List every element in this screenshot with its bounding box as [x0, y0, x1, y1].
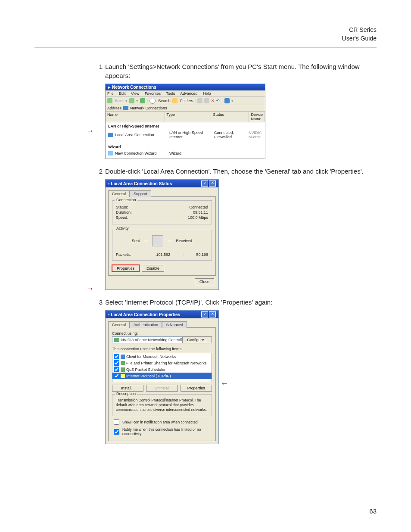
search-button[interactable]: Search	[158, 99, 171, 103]
connection-properties-dialog: ▪ Local Area Connection Properties ?✕ Ge…	[105, 310, 219, 444]
figure-1: → ▸Network Connections File Edit View Fa…	[105, 84, 377, 159]
disable-button[interactable]: Disable	[142, 265, 164, 272]
step-2-number: 2	[95, 167, 103, 176]
wizard-icon	[108, 151, 113, 156]
packets-sent: 101,562	[156, 252, 171, 257]
status-label: Status:	[116, 205, 128, 209]
connection-icon	[108, 133, 113, 137]
help-icon[interactable]: ?	[201, 311, 208, 317]
packets-received: 50,196	[196, 252, 208, 257]
properties-button[interactable]: Properties	[112, 265, 139, 272]
search-icon[interactable]	[149, 98, 156, 104]
menu-bar[interactable]: File Edit View Favorites Tools Advanced …	[106, 90, 265, 97]
menu-advanced[interactable]: Advanced	[180, 91, 197, 96]
address-value: Network Connections	[130, 106, 167, 110]
menu-tools[interactable]: Tools	[166, 91, 175, 96]
header-line1: CR Series	[34, 26, 377, 34]
up-icon[interactable]	[140, 98, 145, 103]
duration-value: 09:51:11	[193, 210, 208, 215]
group-wizard: Wizard	[106, 143, 265, 151]
col-status[interactable]: Status	[211, 112, 249, 122]
group-lan: LAN or High-Speed Internet	[106, 122, 265, 130]
step-3: 3 Select 'Internet Protocol (TCP/IP)'. C…	[95, 298, 377, 307]
step-1: 1 Launch 'Settings>Network Connections' …	[95, 62, 377, 80]
page-number: 63	[369, 507, 377, 515]
back-icon[interactable]	[107, 98, 112, 103]
arrow-icon: →	[86, 127, 94, 136]
description-box: Description Transmission Control Protoco…	[112, 394, 212, 416]
status-value: Connected	[189, 205, 208, 209]
address-label: Address	[107, 106, 121, 110]
window-title: ▸Network Connections	[106, 84, 265, 90]
components-list[interactable]: Client for Microsoft Networks File and P…	[112, 353, 212, 382]
menu-edit[interactable]: Edit	[119, 91, 126, 96]
tab-advanced[interactable]: Advanced	[162, 321, 187, 328]
properties-button[interactable]: Properties	[181, 385, 212, 392]
new-connection-wizard-row[interactable]: New Connection Wizard Wizard	[106, 151, 265, 156]
help-icon[interactable]: ?	[201, 180, 208, 187]
col-name[interactable]: Name	[106, 112, 165, 122]
dialog-title: ▪ Local Area Connection Properties ?✕	[106, 311, 218, 318]
sent-label: Sent	[132, 239, 140, 243]
close-button[interactable]: Close	[195, 278, 214, 285]
close-icon[interactable]: ✕	[209, 180, 216, 187]
header-line2: User's Guide	[34, 34, 377, 43]
folders-icon[interactable]	[172, 98, 177, 103]
checkbox[interactable]	[114, 354, 119, 359]
duration-label: Duration:	[116, 210, 132, 215]
arrow-icon: ←	[221, 379, 228, 388]
connection-fieldset: Connection Status:Connected Duration:09:…	[112, 200, 212, 224]
connect-using-label: Connect using:	[112, 331, 212, 336]
header-rule	[34, 47, 377, 47]
uses-items-label: This connection uses the following items…	[112, 347, 212, 351]
step-3-text: Select 'Internet Protocol (TCP/IP)'. Cli…	[105, 298, 377, 307]
delete-icon[interactable]: ✕	[211, 99, 215, 103]
network-connections-window: ▸Network Connections File Edit View Favo…	[105, 84, 265, 159]
menu-view[interactable]: View	[131, 91, 139, 96]
step-1-number: 1	[95, 62, 103, 80]
local-area-connection-row[interactable]: Local Area Connection LAN or High-Speed …	[106, 130, 265, 140]
column-headers[interactable]: Name Type Status Device Name	[106, 112, 265, 122]
toolbar: Back ▾ ▾ | Search Folders | ✕ ↶ |	[106, 97, 265, 105]
col-device[interactable]: Device Name	[249, 112, 265, 122]
views-icon[interactable]	[224, 98, 230, 103]
arrow-icon: →	[86, 284, 94, 293]
protocol-icon	[121, 374, 125, 378]
checkbox[interactable]	[114, 373, 119, 379]
tab-general[interactable]: General	[108, 190, 130, 197]
show-icon-checkbox[interactable]: Show icon in notification area when conn…	[112, 418, 212, 426]
checkbox[interactable]	[114, 360, 119, 366]
back-button[interactable]: Back	[115, 99, 124, 103]
tab-support[interactable]: Support	[130, 190, 151, 197]
connection-status-dialog: ▪ Local Area Connection Status ?✕ Genera…	[105, 179, 219, 290]
service-icon	[121, 361, 125, 365]
menu-favorites[interactable]: Favorites	[145, 91, 161, 96]
folders-button[interactable]: Folders	[180, 99, 193, 103]
tool-icon[interactable]	[204, 98, 209, 103]
tab-bar: GeneralSupport	[106, 187, 218, 196]
speed-label: Speed:	[116, 215, 128, 220]
close-icon[interactable]: ✕	[209, 311, 216, 317]
tcpip-item[interactable]: Internet Protocol (TCP/IP)	[112, 373, 212, 379]
folder-icon: ▸	[108, 85, 110, 90]
undo-icon[interactable]: ↶	[216, 99, 220, 103]
tab-authentication[interactable]: Authentication	[130, 321, 162, 328]
speed-value: 100.0 Mbps	[188, 215, 208, 220]
uninstall-button[interactable]: Uninstall	[146, 385, 177, 392]
configure-button[interactable]: Configure...	[182, 336, 212, 343]
notify-checkbox[interactable]: Notify me when this connection has limit…	[112, 427, 212, 436]
menu-help[interactable]: Help	[203, 91, 211, 96]
checkbox[interactable]	[114, 367, 119, 372]
tool-icon[interactable]	[197, 98, 202, 103]
menu-file[interactable]: File	[107, 91, 114, 96]
received-label: Received	[176, 239, 192, 243]
install-button[interactable]: Install...	[112, 385, 143, 392]
packets-label: Packets:	[116, 252, 131, 257]
tab-bar: GeneralAuthenticationAdvanced	[106, 318, 218, 327]
tab-general[interactable]: General	[108, 321, 130, 328]
service-icon	[121, 367, 125, 372]
figure-3: ← ▪ Local Area Connection Properties ?✕ …	[105, 310, 377, 444]
page-header: CR Series User's Guide	[34, 26, 377, 43]
col-type[interactable]: Type	[165, 112, 212, 122]
forward-icon[interactable]	[129, 98, 134, 103]
